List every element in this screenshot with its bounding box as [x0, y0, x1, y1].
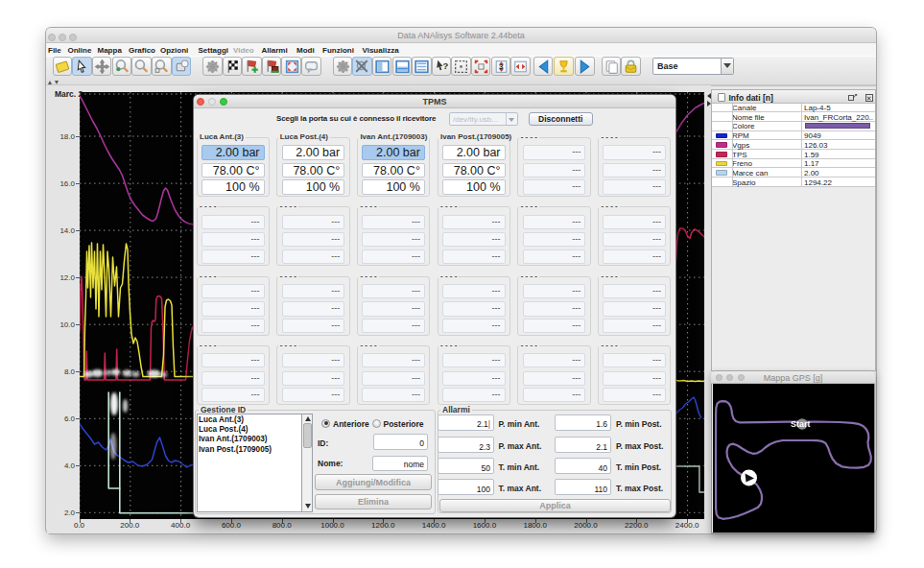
svg-text:?: ?	[442, 59, 448, 70]
svg-text:Start: Start	[791, 419, 811, 429]
svg-text:3: 3	[499, 62, 504, 71]
